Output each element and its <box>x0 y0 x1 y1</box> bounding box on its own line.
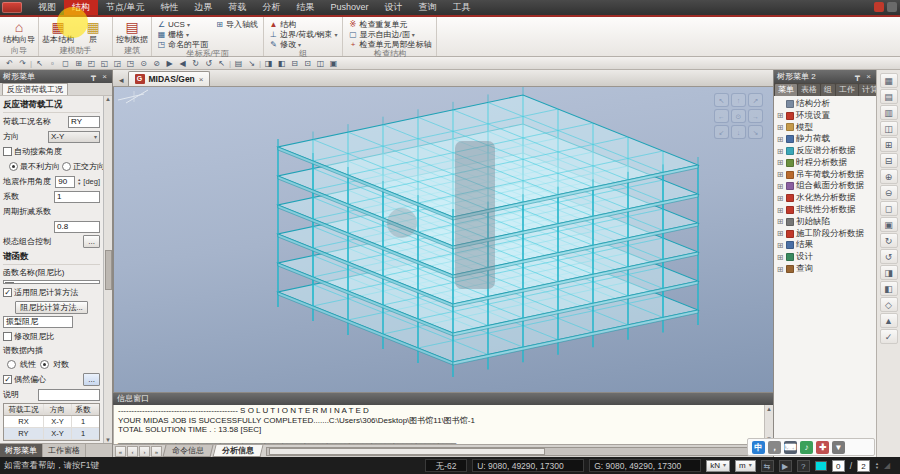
zoom-out-icon[interactable]: ⊖ <box>880 185 898 200</box>
tree-expander-icon[interactable]: ⊞ <box>776 241 784 250</box>
ribbon-button-检查单元局部坐标轴[interactable]: +检查单元局部坐标轴 <box>346 39 433 49</box>
close-icon[interactable]: × <box>100 72 109 81</box>
function-checkbox[interactable]: ✓ <box>5 282 14 284</box>
tree-expander-icon[interactable]: ⊞ <box>776 253 784 262</box>
select-volume-icon[interactable]: ◱ <box>98 58 111 69</box>
ribbon-button-结构[interactable]: ▲结构 <box>267 19 339 29</box>
redo-icon[interactable]: ↷ <box>16 58 29 69</box>
tree-expander-icon[interactable]: ⊞ <box>776 111 784 120</box>
tree-expander-icon[interactable]: ⊞ <box>776 135 784 144</box>
right-panel-tab-组[interactable]: 组 <box>821 84 835 96</box>
ime-keyboard-icon[interactable]: ⌨ <box>784 441 797 454</box>
select-window-icon[interactable]: ▫ <box>46 58 59 69</box>
tree-expander-icon[interactable]: ⊞ <box>776 123 784 132</box>
snap-icon[interactable]: ↘ <box>245 58 258 69</box>
ribbon-button-层[interactable]: ▦层 <box>77 18 109 44</box>
tree-item-吊车荷载分析数据[interactable]: ⊞吊车荷载分析数据 <box>776 169 875 181</box>
menu-tab-结果[interactable]: 结果 <box>289 0 323 15</box>
description-input[interactable] <box>38 389 100 401</box>
menu-tab-荷载[interactable]: 荷载 <box>221 0 255 15</box>
tree-item-施工阶段分析数据[interactable]: ⊞施工阶段分析数据 <box>776 228 875 240</box>
grid-view-icon[interactable]: ▤ <box>880 89 898 104</box>
snap-element-icon[interactable]: ⊟ <box>880 153 898 168</box>
tree-expander-icon[interactable]: ⊞ <box>776 206 784 215</box>
sheet-tab-分析信息[interactable]: 分析信息 <box>213 445 264 457</box>
perspective-icon[interactable]: ▲ <box>880 313 898 328</box>
modify-damping-checkbox[interactable] <box>3 332 12 341</box>
tree-expander-icon[interactable]: ⊞ <box>776 170 784 179</box>
tab-response-spectrum-case[interactable]: 反应谱荷载工况 <box>2 83 68 95</box>
view-navigation-pad[interactable]: ↖↑↗←⊙→↙↓↘ <box>714 93 763 139</box>
select-group-icon[interactable]: ◲ <box>111 58 124 69</box>
tree-expander-icon[interactable]: ⊞ <box>776 158 784 167</box>
sheet-hscrollbar[interactable] <box>266 447 769 456</box>
select-identity-icon[interactable]: ⊙ <box>137 58 150 69</box>
eccentricity-checkbox[interactable]: ✓ <box>3 375 12 384</box>
tree-item-结构分析[interactable]: 结构分析 <box>776 98 875 110</box>
angle-input[interactable]: 90 <box>55 176 75 188</box>
ribbon-button-修改[interactable]: ✎修改▾ <box>267 39 339 49</box>
app-logo-icon[interactable] <box>2 2 22 13</box>
right-panel-tab-菜单[interactable]: 菜单 <box>775 84 797 96</box>
tree-item-模型[interactable]: ⊞模型 <box>776 122 875 134</box>
navpad-↑-button[interactable]: ↑ <box>731 93 746 107</box>
snap-node-icon[interactable]: ⊞ <box>880 137 898 152</box>
interp-log-radio[interactable] <box>40 360 49 369</box>
window-badge-icon[interactable] <box>874 2 884 12</box>
fast-query-icon[interactable]: ▶ <box>779 460 792 472</box>
table-row[interactable]: RYX-Y1 <box>4 428 99 440</box>
view-point-icon[interactable]: ◨ <box>262 58 275 69</box>
ribbon-button-命名的平面[interactable]: ◳命名的平面 <box>155 39 210 49</box>
model-viewport[interactable]: ↖↑↗←⊙→↙↓↘ <box>113 87 773 392</box>
walk-mode-icon[interactable]: ⇆ <box>761 460 774 472</box>
active-color-swatch[interactable] <box>815 461 827 471</box>
display-option-icon[interactable]: ▣ <box>327 58 340 69</box>
spectrum-function-list[interactable]: ✓ China(GB50011-10) (0.05) <box>3 280 100 284</box>
navpad-⊙-button[interactable]: ⊙ <box>731 109 746 123</box>
zoom-dynamic-icon[interactable]: ↻ <box>189 58 202 69</box>
ribbon-button-边界/荷载/钢束[interactable]: ⊥边界/荷载/钢束▾ <box>267 29 339 39</box>
ribbon-button-显示自由边/面[interactable]: ▢显示自由边/面▾ <box>346 29 433 39</box>
menu-tab-视图[interactable]: 视图 <box>30 0 64 15</box>
right-panel-tab-表格[interactable]: 表格 <box>798 84 820 96</box>
factor-input[interactable]: 1 <box>54 191 100 203</box>
tree-item-结果[interactable]: ⊞结果 <box>776 240 875 252</box>
navpad-→-button[interactable]: → <box>748 109 763 123</box>
ribbon-button-导入轴线[interactable]: ⊞导入轴线 <box>213 19 260 29</box>
tree-item-非线性分析数据[interactable]: ⊞非线性分析数据 <box>776 204 875 216</box>
first-sheet-icon[interactable]: « <box>115 446 126 457</box>
ime-punct-icon[interactable]: ， <box>768 441 781 454</box>
navpad-↓-button[interactable]: ↓ <box>731 125 746 139</box>
interp-linear-radio[interactable] <box>7 360 16 369</box>
ribbon-button-结构向导[interactable]: ⌂结构向导 <box>3 18 35 44</box>
table-row[interactable]: RXX-Y1 <box>4 416 99 428</box>
ime-tools-icon[interactable]: ✚ <box>816 441 829 454</box>
doc-tab-midas-gen[interactable]: G MIDAS/Gen × <box>128 71 211 86</box>
hidden-icon[interactable]: ⊟ <box>288 58 301 69</box>
select-all-icon[interactable]: ▶ <box>163 58 176 69</box>
panel-bottom-tab-树形菜单[interactable]: 树形菜单 <box>0 444 43 457</box>
select-intersect-icon[interactable]: ⊞ <box>72 58 85 69</box>
grid-toggle-icon[interactable]: ▤ <box>232 58 245 69</box>
undo-icon[interactable]: ↶ <box>3 58 16 69</box>
right-panel-tab-工作[interactable]: 工作 <box>836 84 858 96</box>
window-options-icon[interactable] <box>887 2 897 12</box>
column-header-2[interactable]: 方向 <box>44 404 72 415</box>
unit-force-select[interactable]: kN ▾ <box>706 460 730 472</box>
navpad-↖-button[interactable]: ↖ <box>714 93 729 107</box>
ime-more-icon[interactable]: ▾ <box>832 441 845 454</box>
menu-tab-设计[interactable]: 设计 <box>377 0 411 15</box>
panel-bottom-tab-工作窗格[interactable]: 工作窗格 <box>43 444 86 457</box>
last-sheet-icon[interactable]: » <box>151 446 162 457</box>
snap-grid-icon[interactable]: ◫ <box>880 121 898 136</box>
view-shrink-icon[interactable]: ◧ <box>275 58 288 69</box>
dynamic-view-icon[interactable]: ▦ <box>880 73 898 88</box>
tree-expander-icon[interactable]: ⊞ <box>776 217 784 226</box>
unselect-icon[interactable]: ⊘ <box>150 58 163 69</box>
tree-item-时程分析数据[interactable]: ⊞时程分析数据 <box>776 157 875 169</box>
ortho-direction-radio[interactable] <box>62 162 71 171</box>
modal-combination-button[interactable]: ... <box>83 235 100 248</box>
help-mode-icon[interactable]: ? <box>797 460 810 472</box>
tree-item-反应谱分析数据[interactable]: ⊞反应谱分析数据 <box>776 145 875 157</box>
eccentricity-button[interactable]: ... <box>83 373 100 386</box>
